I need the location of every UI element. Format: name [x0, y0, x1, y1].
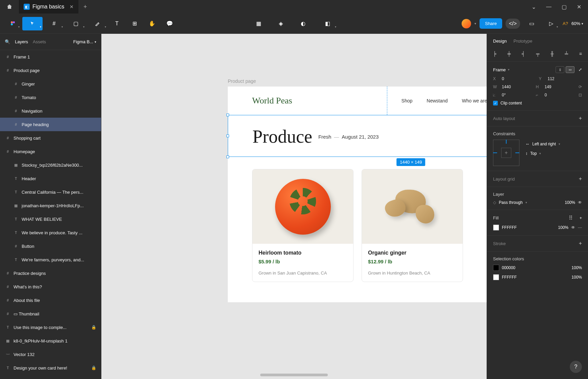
align-bottom-icon[interactable]: ╧: [565, 51, 568, 56]
union-tool[interactable]: ◧▾: [317, 17, 338, 30]
home-button[interactable]: [0, 0, 19, 14]
align-vcenter-icon[interactable]: ╫: [550, 51, 554, 56]
main-menu-button[interactable]: ▾: [5, 17, 21, 30]
resources-tool[interactable]: ⊞: [126, 17, 143, 30]
hand-tool[interactable]: ✋: [144, 17, 160, 30]
align-top-icon[interactable]: ╤: [536, 51, 539, 56]
align-left-icon[interactable]: ╞: [493, 51, 496, 56]
missing-fonts-badge[interactable]: A?: [563, 21, 568, 26]
minimize-icon[interactable]: —: [546, 4, 552, 10]
visibility-icon[interactable]: 👁: [571, 225, 575, 230]
help-button[interactable]: ?: [570, 361, 582, 373]
share-button[interactable]: Share: [480, 18, 502, 29]
layer-row[interactable]: #Navigation: [0, 104, 101, 118]
close-icon[interactable]: ✕: [70, 4, 74, 9]
layer-row[interactable]: TWe believe in produce. Tasty ...: [0, 226, 101, 239]
frame-tool[interactable]: #▾: [44, 17, 64, 30]
opacity-input[interactable]: 100%: [565, 200, 575, 205]
close-window-icon[interactable]: ✕: [577, 4, 581, 10]
clip-content-checkbox[interactable]: ✓: [493, 101, 498, 105]
w-input[interactable]: 1440: [502, 85, 522, 89]
layer-row[interactable]: TCentral California — The pers...: [0, 185, 101, 199]
remove-fill-button[interactable]: —: [578, 225, 582, 230]
fill-opacity-input[interactable]: 100%: [558, 225, 568, 230]
align-hcenter-icon[interactable]: ╪: [507, 51, 511, 56]
product-page-frame[interactable]: World Peas Shop Newstand Who we are My p…: [228, 87, 487, 302]
add-auto-layout-button[interactable]: +: [579, 115, 582, 121]
color-swatch[interactable]: [493, 265, 499, 271]
layers-tab[interactable]: Layers: [15, 39, 28, 44]
visibility-icon[interactable]: 👁: [578, 200, 582, 205]
file-tab[interactable]: ◧ Figma basics ✕: [19, 0, 78, 14]
distribute-icon[interactable]: ≡: [579, 51, 582, 56]
add-stroke-button[interactable]: +: [579, 240, 582, 246]
layer-row[interactable]: ▦Stocksy_txp226f62b2aNe300...: [0, 158, 101, 172]
layer-row[interactable]: ▦k8-0_fkPHulv-M-unsplash 1: [0, 334, 101, 348]
h-constraint-select[interactable]: Left and right: [532, 142, 556, 146]
independent-corners-icon[interactable]: ⊡: [579, 93, 582, 97]
layer-row[interactable]: TDesign your own card here!🔒: [0, 361, 101, 375]
portrait-button[interactable]: ▯: [556, 66, 564, 73]
style-picker-icon[interactable]: ⠿: [569, 215, 573, 221]
rotation-input[interactable]: 0°: [502, 93, 522, 97]
move-tool[interactable]: ▾: [22, 17, 43, 30]
blend-mode-select[interactable]: Pass through: [499, 200, 523, 205]
lock-icon[interactable]: 🔒: [91, 325, 96, 330]
align-right-icon[interactable]: ╡: [522, 51, 525, 56]
dev-mode-toggle[interactable]: </>: [506, 19, 520, 29]
library-button[interactable]: ▭: [523, 17, 540, 30]
layer-row[interactable]: #Tomato: [0, 91, 101, 104]
layer-row[interactable]: 〰Vector 132: [0, 348, 101, 361]
new-tab-button[interactable]: +: [78, 3, 92, 10]
pen-tool[interactable]: ▾: [87, 17, 107, 30]
assets-tab[interactable]: Assets: [33, 39, 46, 44]
chevron-down-icon[interactable]: ▾: [474, 22, 476, 25]
design-tab[interactable]: Design: [493, 39, 507, 44]
layer-row[interactable]: #Homepage: [0, 145, 101, 158]
prototype-tab[interactable]: Prototype: [513, 39, 532, 44]
layer-row[interactable]: #▭ Thumbnail: [0, 307, 101, 321]
maximize-icon[interactable]: ▢: [562, 4, 567, 10]
layer-row[interactable]: TWHAT WE BELIEVE: [0, 212, 101, 226]
layer-row[interactable]: #Practice designs: [0, 266, 101, 280]
selection-handle[interactable]: [226, 114, 229, 116]
frame-type-selector[interactable]: Frame▾: [493, 67, 510, 72]
layer-row[interactable]: #Shopping cart: [0, 131, 101, 145]
layer-row[interactable]: #Page heading: [0, 118, 101, 131]
layer-row[interactable]: #About this file: [0, 293, 101, 307]
add-grid-button[interactable]: +: [579, 176, 582, 182]
layer-row[interactable]: #Product page: [0, 64, 101, 77]
present-button[interactable]: ▷▾: [543, 17, 559, 30]
color-swatch[interactable]: [493, 274, 499, 280]
layer-row[interactable]: #Frame 1: [0, 50, 101, 64]
layer-row[interactable]: TUse this image to comple...🔒: [0, 321, 101, 334]
selection-handle[interactable]: [226, 156, 229, 158]
lock-icon[interactable]: 🔒: [91, 365, 96, 370]
h-input[interactable]: 149: [545, 85, 565, 89]
canvas[interactable]: Product page World Peas Shop Newstand Wh…: [101, 34, 487, 379]
page-heading-selection[interactable]: Produce Fresh—August 21, 2023 Default A-…: [228, 115, 487, 157]
constraints-widget[interactable]: +: [493, 140, 519, 166]
y-input[interactable]: 112: [548, 76, 568, 81]
layer-row[interactable]: #What's in this?: [0, 280, 101, 293]
shape-tool[interactable]: ▢▾: [66, 17, 86, 30]
landscape-button[interactable]: ▭: [566, 66, 574, 73]
comment-tool[interactable]: 💬: [162, 17, 178, 30]
layer-row[interactable]: TWe're farmers, purveyors, and...: [0, 253, 101, 266]
layer-row[interactable]: THeader: [0, 172, 101, 185]
link-wh-icon[interactable]: ⟳: [579, 85, 582, 89]
avatar[interactable]: [462, 19, 471, 28]
v-constraint-select[interactable]: Top: [530, 151, 537, 156]
add-fill-button[interactable]: +: [580, 216, 582, 220]
fill-swatch[interactable]: [493, 224, 499, 231]
layer-row[interactable]: ▦jonathan-kemper-1HHrdIoLFp...: [0, 199, 101, 212]
fill-hex-input[interactable]: FFFFFF: [502, 225, 517, 230]
search-icon[interactable]: 🔍: [5, 39, 10, 44]
text-tool[interactable]: T: [109, 17, 125, 30]
layer-row[interactable]: #Ginger: [0, 77, 101, 91]
x-input[interactable]: 0: [502, 76, 522, 81]
resize-fit-icon[interactable]: ⤢: [579, 67, 582, 72]
horizontal-scrollbar[interactable]: [260, 374, 328, 376]
frame-label[interactable]: Product page: [228, 78, 256, 84]
layer-row[interactable]: #Button: [0, 239, 101, 253]
